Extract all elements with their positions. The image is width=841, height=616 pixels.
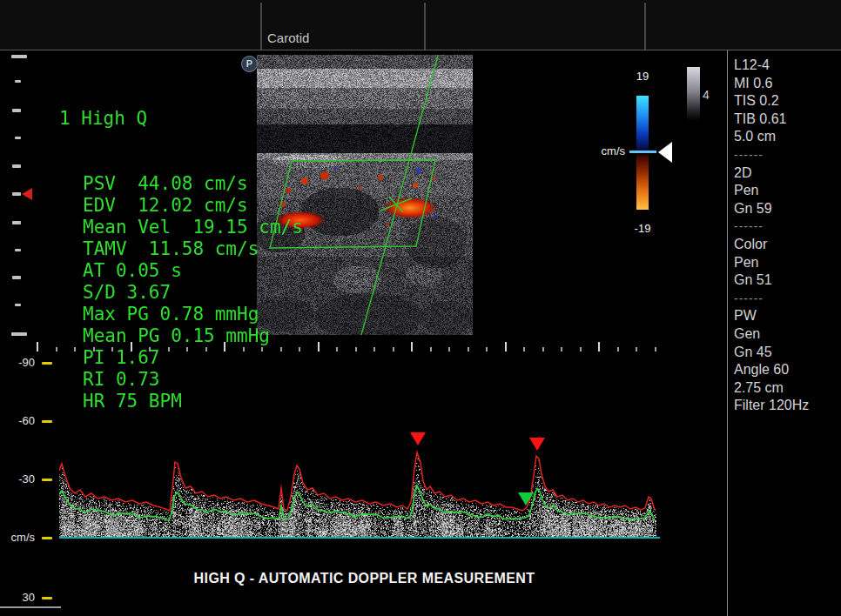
spectral-axis-tick [42,479,52,481]
depth-ruler-tick [12,221,21,224]
time-ruler-tick [505,342,507,352]
spectral-axis-label: -60 [0,414,35,427]
time-ruler-tick [561,347,562,352]
focus-marker-icon[interactable] [22,188,32,200]
time-ruler-tick [430,347,432,352]
sidebar-status-line: PW [734,307,838,325]
sidebar-status-line: TIB 0.61 [734,110,838,129]
sidebar-status-line: Gn 51 [734,271,838,290]
sidebar-separator: ------ [734,290,838,308]
depth-ruler-tick [15,137,21,139]
depth-ruler-tick [12,276,21,279]
time-ruler-tick [580,347,582,352]
time-ruler-tick [411,342,413,352]
preset-label: Carotid [267,30,309,45]
color-scale-unit-label: cm/s [595,144,625,157]
status-message: HIGH Q - AUTOMATIC DOPPLER MEASUREMENT [0,571,729,586]
depth-ruler-tick [11,332,27,336]
time-ruler-tick [37,342,38,352]
spectral-axis-tick [42,537,52,539]
sidebar-status-line: MI 0.6 [734,75,838,93]
sidebar-status-line: Pen [734,254,838,272]
top-menu-bar: Carotid [0,0,841,50]
measurement-line: TAMV 11.58 cm/s [59,238,303,260]
sidebar-status-line: Filter 120Hz [734,397,838,415]
spectral-doppler-canvas [59,425,660,539]
sidebar-status-line: Gen [734,325,838,344]
time-ruler-tick [636,347,637,352]
color-scale-baseline [629,151,656,153]
time-ruler-tick [486,347,488,352]
sidebar-status-line: 2.75 cm [734,379,838,398]
gray-map-bar [687,67,700,121]
status-sidebar: L12-4MI 0.6TIS 0.2TIB 0.615.0 cm------2D… [734,57,838,415]
depth-ruler-tick [12,164,21,168]
time-ruler-tick [542,347,544,352]
time-ruler-tick [523,347,525,352]
bottom-left-separator [0,606,61,608]
spectral-axis-label: 30 [0,591,35,604]
depth-ruler-tick [12,192,21,196]
spectral-axis-tick [42,362,52,365]
time-ruler-tick [655,347,656,352]
sidebar-separator: ------ [734,218,838,236]
sidebar-status-line: L12-4 [734,57,838,75]
measurement-line: Mean PG 0.15 mmHg [59,325,303,347]
measurement-line: RI 0.73 [59,369,303,391]
spectral-axis-label: -30 [0,472,35,485]
sidebar-divider [727,50,728,616]
top-bar-divider [644,3,646,50]
time-ruler-tick [336,347,338,352]
sidebar-status-line: Angle 60 [734,361,838,379]
gray-map-number: 4 [703,88,710,102]
depth-ruler-tick [12,109,21,112]
sidebar-status-line: Pen [734,182,838,200]
measurement-line: PI 1.67 [59,347,303,369]
preset-tab-carotid[interactable]: Carotid [260,0,424,50]
measurement-line: HR 75 BPM [59,391,303,412]
sidebar-status-line: TIS 0.2 [734,92,838,110]
sidebar-status-line: Gn 59 [734,200,838,218]
time-ruler-tick [56,347,57,352]
measurement-line: S/D 3.67 [59,282,303,304]
measurement-line: EDV 12.02 cm/s [59,195,303,217]
top-bar-divider [424,3,426,50]
sidebar-status-line: Gn 45 [734,344,838,362]
color-scale-max-label: 19 [630,70,655,83]
measurement-results-panel: 1 High Q PSV 44.08 cm/sEDV 12.02 cm/sMea… [59,64,303,412]
time-ruler-tick [318,342,320,352]
measurement-line: AT 0.05 s [59,260,303,282]
measurement-line: Mean Vel 19.15 cm/s [59,217,303,238]
spectral-axis-label: cm/s [0,531,35,544]
color-scale-min-label: -19 [629,222,656,235]
sidebar-status-line: Color [734,236,838,254]
spectral-axis-tick [42,597,52,599]
spectral-axis-tick [42,420,52,423]
depth-ruler-tick [11,55,27,58]
color-baseline-pointer[interactable] [658,142,672,163]
sidebar-status-line: 5.0 cm [734,128,838,146]
depth-ruler-tick [15,249,21,251]
measurement-line: PSV 44.08 cm/s [59,173,303,195]
measurement-header: 1 High Q [59,108,303,130]
measurement-line: Max PG 0.78 mmHg [59,304,303,325]
sidebar-separator: ------ [734,146,838,164]
time-ruler-tick [355,347,357,352]
time-ruler-tick [373,347,375,352]
time-ruler-tick [468,347,469,352]
depth-ruler-tick [15,304,21,306]
sidebar-status-line: 2D [734,164,838,183]
time-ruler-tick [393,347,394,352]
time-ruler-tick [598,342,600,352]
spectral-axis-label: -90 [0,356,35,369]
top-bar-divider [260,3,262,50]
depth-ruler-tick [15,80,21,83]
time-ruler-tick [617,347,619,352]
ultrasound-screen: Carotid P 1 High Q PSV 44.08 cm/sEDV 12.… [0,0,841,616]
time-ruler-tick [448,347,450,352]
